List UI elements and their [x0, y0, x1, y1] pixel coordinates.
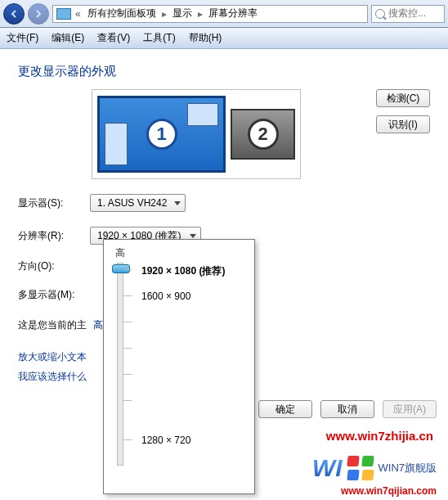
- slider-tick: [123, 269, 132, 270]
- slider-tick: [123, 439, 132, 440]
- forward-button[interactable]: [28, 3, 49, 25]
- detect-button[interactable]: 检测(C): [376, 89, 430, 107]
- multi-display-label: 多显示器(M):: [18, 288, 83, 302]
- slider-tick: [123, 295, 132, 296]
- monitor-1-number: 1: [146, 119, 177, 150]
- menu-file[interactable]: 文件(F): [7, 31, 38, 45]
- slider-tick: [123, 374, 132, 375]
- cancel-button[interactable]: 取消: [320, 400, 374, 418]
- taskbar-icon: [105, 123, 128, 165]
- chevron-right-icon: ▸: [196, 8, 204, 20]
- monitor-2[interactable]: 2: [231, 109, 295, 160]
- resolution-popup[interactable]: 高 1920 × 1080 (推荐) 1600 × 900 1280 × 720: [103, 239, 255, 494]
- breadcrumb[interactable]: « 所有控制面板项 ▸ 显示 ▸ 屏幕分辨率: [52, 5, 368, 23]
- slider-top-label: 高: [104, 246, 137, 260]
- menu-bar: 文件(F) 编辑(E) 查看(V) 工具(T) 帮助(H): [0, 28, 448, 49]
- watermark-brand: WIN7旗舰版: [379, 461, 437, 475]
- res-option-1080[interactable]: 1920 × 1080 (推荐): [141, 264, 225, 278]
- menu-view[interactable]: 查看(V): [97, 31, 130, 45]
- menu-help[interactable]: 帮助(H): [189, 31, 222, 45]
- page-title: 更改显示器的外观: [18, 64, 430, 79]
- watermark-url-1: www.win7zhijia.cn: [326, 429, 433, 443]
- res-option-900[interactable]: 1600 × 900: [141, 291, 190, 302]
- monitor-layout-row: 1 2 检测(C) 识别(I): [18, 89, 430, 179]
- resolution-slider-track[interactable]: [117, 263, 123, 466]
- orientation-label: 方向(O):: [18, 259, 83, 273]
- windows-flag-icon: [347, 456, 374, 480]
- search-placeholder: 搜索控...: [388, 7, 426, 20]
- current-monitor-text: 这是您当前的主: [18, 318, 87, 332]
- apply-button[interactable]: 应用(A): [383, 400, 437, 418]
- watermark-logo-text: WI: [312, 454, 343, 482]
- slider-tick: [123, 400, 132, 401]
- res-option-720[interactable]: 1280 × 720: [141, 435, 190, 446]
- chevron-down-icon: [190, 234, 196, 238]
- breadcrumb-item-2[interactable]: 显示: [170, 7, 195, 20]
- chevron-right-icon: ▸: [160, 8, 168, 20]
- breadcrumb-item-3[interactable]: 屏幕分辨率: [206, 7, 260, 20]
- ok-button[interactable]: 确定: [258, 400, 312, 418]
- breadcrumb-item-1[interactable]: 所有控制面板项: [85, 7, 159, 20]
- display-combo[interactable]: 1. ASUS VH242: [90, 194, 186, 212]
- menu-tools[interactable]: 工具(T): [143, 31, 175, 45]
- chevron-down-icon: [174, 201, 181, 205]
- display-value: 1. ASUS VH242: [97, 197, 167, 209]
- back-button[interactable]: [3, 3, 25, 25]
- slider-tick: [123, 322, 132, 322]
- search-icon: [375, 9, 385, 19]
- monitor-preview[interactable]: 1 2: [92, 89, 301, 179]
- identify-button[interactable]: 识别(I): [376, 115, 430, 133]
- monitor-2-number: 2: [248, 119, 279, 150]
- display-label: 显示器(S):: [18, 196, 83, 210]
- search-input[interactable]: 搜索控...: [371, 5, 445, 23]
- menu-edit[interactable]: 编辑(E): [52, 31, 84, 45]
- control-panel-icon: [56, 8, 71, 20]
- watermark-logo-row: WI WIN7旗舰版: [312, 454, 437, 482]
- watermark-url-2: www.win7qijian.com: [341, 485, 437, 497]
- monitor-1[interactable]: 1: [97, 96, 226, 173]
- mini-window-icon: [187, 103, 218, 126]
- breadcrumb-root-chevron[interactable]: «: [73, 8, 83, 20]
- dialog-buttons: 确定 取消 应用(A): [258, 400, 437, 418]
- resolution-label: 分辨率(R):: [18, 229, 83, 243]
- slider-tick: [123, 348, 132, 349]
- address-bar: « 所有控制面板项 ▸ 显示 ▸ 屏幕分辨率 搜索控...: [0, 0, 448, 28]
